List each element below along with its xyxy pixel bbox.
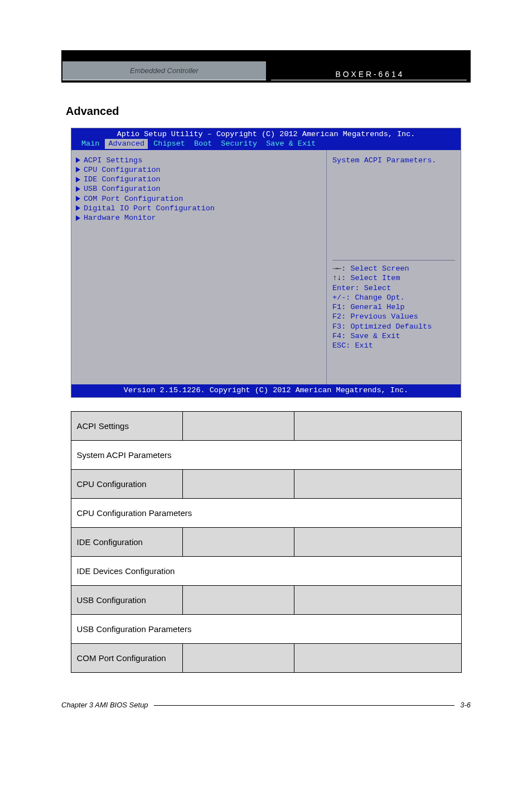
cell-summary: System ACPI Parameters [71,440,461,469]
menu-item-label: USB Configuration [84,184,161,194]
cell-option: COM Port Configuration [71,643,182,672]
triangle-right-icon [76,215,80,221]
tab-advanced[interactable]: Advanced [105,139,148,148]
menu-com-port-configuration[interactable]: COM Port Configuration [76,194,322,204]
key-label: : Save & Exit [341,332,400,340]
svg-marker-6 [76,215,80,221]
cell-blank [182,643,294,672]
menu-acpi-settings[interactable]: ACPI Settings [76,156,322,165]
tab-save-exit[interactable]: Save & Exit [263,139,319,148]
page-footer: Chapter 3 AMI BIOS Setup 3-6 [0,701,532,709]
section-heading: Advanced [66,105,532,118]
bios-footer: Version 2.15.1226. Copyright (C) 2012 Am… [71,384,461,397]
key-sym: ESC [332,341,346,350]
menu-cpu-configuration[interactable]: CPU Configuration [76,165,322,175]
svg-marker-1 [76,167,80,172]
bios-screenshot: Aptio Setup Utility – Copyright (C) 2012… [71,128,461,398]
table-row: USB Configuration [71,585,461,614]
cell-summary: IDE Devices Configuration [71,556,461,585]
cell-option: USB Configuration [71,585,182,614]
triangle-right-icon [76,186,80,192]
cell-summary: CPU Configuration Parameters [71,498,461,527]
key-label: : Select Screen [341,264,409,273]
cell-blank [182,411,294,440]
cell-blank [294,527,461,556]
bios-help-text: System ACPI Parameters. [332,156,455,165]
bios-right-pane: System ACPI Parameters. →←: Select Scree… [327,150,461,384]
key-label: : Previous Values [341,312,418,321]
svg-marker-0 [76,157,80,163]
footer-left: Chapter 3 AMI BIOS Setup [61,701,148,709]
banner-right-text: B O X E R - 6 6 1 4 [271,70,466,80]
banner-right: B O X E R - 6 6 1 4 [267,50,471,83]
key-sym: F4 [332,332,341,340]
key-f2: F2: Previous Values [332,312,455,321]
bios-tabs: Main Advanced Chipset Boot Security Save… [75,139,457,150]
table-row: CPU Configuration [71,469,461,498]
menu-item-label: Hardware Monitor [84,213,156,223]
cell-summary: USB Configuration Parameters [71,614,461,643]
cell-option: CPU Configuration [71,469,182,498]
banner-left-text: Embedded Controller [62,61,266,80]
cell-blank [294,411,461,440]
key-sym: F3 [332,322,341,331]
table-row: USB Configuration Parameters [71,614,461,643]
table-row: System ACPI Parameters [71,440,461,469]
bios-title: Aptio Setup Utility – Copyright (C) 2012… [75,129,457,139]
footer-rule [154,705,455,706]
menu-item-label: Digital IO Port Configuration [84,204,215,213]
triangle-right-icon [76,167,80,172]
cell-option: IDE Configuration [71,527,182,556]
cell-blank [182,469,294,498]
menu-ide-configuration[interactable]: IDE Configuration [76,175,322,184]
svg-marker-3 [76,186,80,192]
menu-hardware-monitor[interactable]: Hardware Monitor [76,213,322,223]
svg-marker-4 [76,196,80,201]
table-row: CPU Configuration Parameters [71,498,461,527]
svg-marker-5 [76,205,80,211]
key-f1: F1: General Help [332,302,455,312]
key-esc: ESC: Exit [332,341,455,350]
tab-security[interactable]: Security [217,139,260,148]
cell-option: ACPI Settings [71,411,182,440]
triangle-right-icon [76,196,80,201]
menu-usb-configuration[interactable]: USB Configuration [76,184,322,194]
bios-topbar: Aptio Setup Utility – Copyright (C) 2012… [71,128,461,150]
footer-right: 3-6 [460,701,471,709]
cell-blank [182,527,294,556]
menu-item-label: ACPI Settings [84,156,142,165]
key-sym: Enter [332,284,355,292]
key-label: : Select Item [341,274,400,282]
tab-chipset[interactable]: Chipset [150,139,188,148]
options-table: ACPI Settings System ACPI Parameters CPU… [71,411,462,673]
key-label: : Optimized Defaults [341,322,432,331]
key-select-item: ↑↓: Select Item [332,273,455,283]
triangle-right-icon [76,205,80,211]
table-row: COM Port Configuration [71,643,461,672]
table-row: ACPI Settings [71,411,461,440]
menu-item-label: CPU Configuration [84,165,161,175]
key-select-screen: →←: Select Screen [332,264,455,273]
key-f4: F4: Save & Exit [332,331,455,341]
bios-help-divider [332,260,455,261]
key-change-opt: +/-: Change Opt. [332,293,455,302]
svg-marker-2 [76,177,80,182]
key-sym: F1 [332,303,341,311]
tab-main[interactable]: Main [78,139,103,148]
menu-item-label: IDE Configuration [84,175,161,184]
menu-item-label: COM Port Configuration [84,194,183,204]
key-label: : Exit [346,341,373,350]
key-sym: +/- [332,293,346,302]
arrow-up-down-icon: ↑↓ [332,274,341,282]
cell-blank [182,585,294,614]
tab-boot[interactable]: Boot [191,139,215,148]
table-row: IDE Devices Configuration [71,556,461,585]
key-label: : Select [355,284,391,292]
key-label: : Change Opt. [346,293,404,302]
triangle-right-icon [76,177,80,182]
key-label: : General Help [341,303,404,311]
page-banner: Embedded Controller B O X E R - 6 6 1 4 [61,50,471,83]
cell-blank [294,585,461,614]
menu-digital-io-port-configuration[interactable]: Digital IO Port Configuration [76,204,322,213]
arrow-left-right-icon: →← [332,264,341,273]
